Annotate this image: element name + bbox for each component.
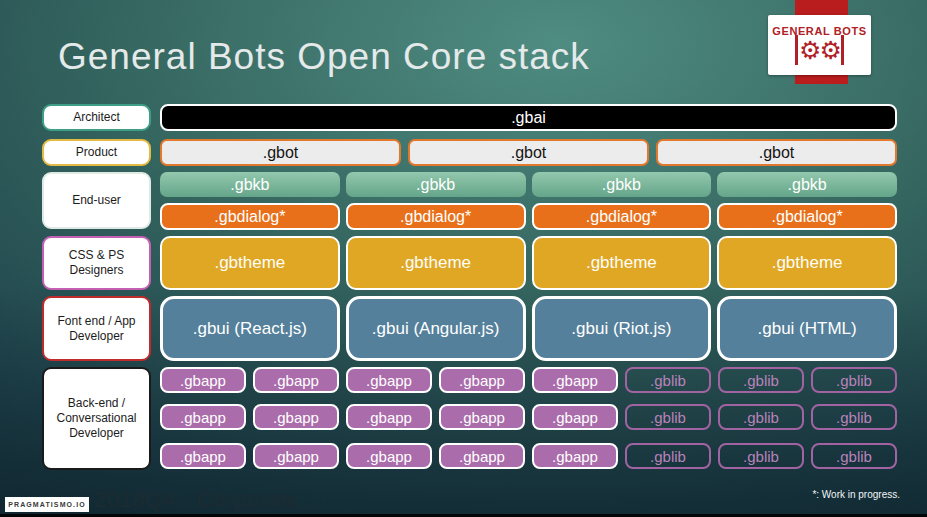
gbapp-box: .gbapp	[439, 404, 525, 430]
row-gbai: .gbai	[160, 104, 897, 131]
gbdialog-box: .gbdialog*	[532, 203, 712, 230]
gbapp-box: .gbapp	[160, 443, 246, 469]
gbtheme-box: .gbtheme	[532, 236, 712, 290]
gbtheme-box: .gbtheme	[346, 236, 526, 290]
row-gbdialog: .gbdialog*.gbdialog*.gbdialog*.gbdialog*	[160, 203, 897, 230]
work-in-progress-note: *: Work in progress.	[812, 489, 900, 500]
gblib-box: .gblib	[811, 367, 897, 393]
gblib-box: .gblib	[811, 404, 897, 430]
row-gbapp-1: .gbapp.gbapp.gbapp.gbapp.gbapp.gblib.gbl…	[160, 367, 897, 393]
row-gbapp-2: .gbapp.gbapp.gbapp.gbapp.gbapp.gblib.gbl…	[160, 404, 897, 430]
gbapp-box: .gbapp	[253, 443, 339, 469]
gblib-box: .gblib	[718, 404, 804, 430]
gbkb-box: .gbkb	[160, 172, 340, 197]
gblib-box: .gblib	[625, 404, 711, 430]
gbkb-box: .gbkb	[532, 172, 712, 197]
page-title: General Bots Open Core stack	[58, 36, 590, 78]
pragmatismo-logo: PRAGMATISMO.IO	[5, 497, 89, 512]
gblib-box: .gblib	[718, 443, 804, 469]
row-gbkb: .gbkb.gbkb.gbkb.gbkb	[160, 172, 897, 197]
gbapp-box: .gbapp	[532, 443, 618, 469]
gbui-box: .gbui (Angular.js)	[346, 296, 526, 361]
row-gbapp-3: .gbapp.gbapp.gbapp.gbapp.gbapp.gblib.gbl…	[160, 443, 897, 469]
gbapp-box: .gbapp	[160, 404, 246, 430]
gbdialog-box: .gbdialog*	[160, 203, 340, 230]
gblib-box: .gblib	[718, 367, 804, 393]
gear-icon: ⚙⚙	[795, 35, 844, 65]
row-label-designers: CSS & PS Designers	[42, 236, 151, 290]
row-label-frontend: Font end / App Developer	[42, 296, 151, 361]
gbapp-box: .gbapp	[346, 443, 432, 469]
gbapp-box: .gbapp	[532, 367, 618, 393]
gear-bar-left	[795, 35, 798, 65]
gbtheme-box: .gbtheme	[717, 236, 897, 290]
gbapp-box: .gbapp	[253, 404, 339, 430]
gear-bar-right	[841, 35, 844, 65]
gbkb-box: .gbkb	[346, 172, 526, 197]
row-label-architect: Architect	[42, 104, 151, 131]
gblib-box: .gblib	[625, 443, 711, 469]
gbapp-box: .gbapp	[346, 404, 432, 430]
brand-logo: GENERAL BOTS ⚙⚙	[768, 15, 871, 75]
gbui-box: .gbui (HTML)	[717, 296, 897, 361]
gbapp-box: .gbapp	[532, 404, 618, 430]
gbot-box: .gbot	[160, 139, 401, 166]
gbui-box: .gbui (React.js)	[160, 296, 340, 361]
gbapp-box: .gbapp	[439, 443, 525, 469]
gbdialog-box: .gbdialog*	[346, 203, 526, 230]
gbot-box: .gbot	[408, 139, 649, 166]
gbot-box: .gbot	[656, 139, 897, 166]
row-label-end-user: End-user	[42, 172, 151, 229]
row-gbtheme: .gbtheme.gbtheme.gbtheme.gbtheme	[160, 236, 897, 290]
gbapp-box: .gbapp	[346, 367, 432, 393]
row-label-product: Product	[42, 139, 151, 166]
gbapp-box: .gbapp	[253, 367, 339, 393]
gblib-box: .gblib	[811, 443, 897, 469]
row-label-backend: Back-end / Conversational Developer	[42, 367, 151, 470]
gears-glyph: ⚙⚙	[799, 36, 840, 64]
gbdialog-box: .gbdialog*	[717, 203, 897, 230]
slide-label: 2018Q4 - Corporate	[94, 487, 299, 513]
gbui-box: .gbui (Riot.js)	[532, 296, 712, 361]
gbkb-box: .gbkb	[717, 172, 897, 197]
slide: General Bots Open Core stack GENERAL BOT…	[0, 0, 927, 517]
gbtheme-box: .gbtheme	[160, 236, 340, 290]
row-gbot: .gbot.gbot.gbot	[160, 139, 897, 166]
gbai-box: .gbai	[160, 104, 897, 131]
row-gbui: .gbui (React.js).gbui (Angular.js).gbui …	[160, 296, 897, 361]
gblib-box: .gblib	[625, 367, 711, 393]
gbapp-box: .gbapp	[160, 367, 246, 393]
gbapp-box: .gbapp	[439, 367, 525, 393]
